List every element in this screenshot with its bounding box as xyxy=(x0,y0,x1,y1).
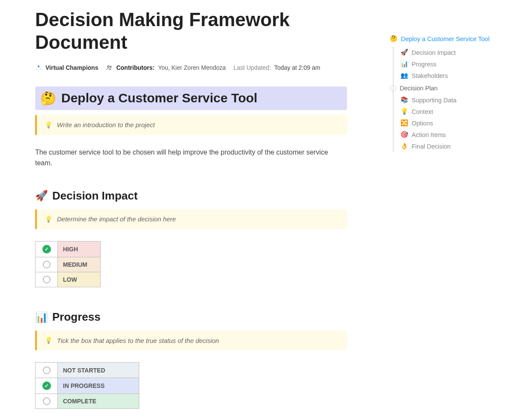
progress-complete[interactable]: COMPLETE xyxy=(58,393,139,408)
outline-item-label: Progress xyxy=(412,61,436,68)
table-row: ✓ HIGH xyxy=(36,241,101,257)
outline-section-decision-plan[interactable]: Decision Plan xyxy=(390,85,497,92)
rocket-icon: 🚀 xyxy=(400,49,408,56)
target-icon: 🎯 xyxy=(400,131,408,138)
shuffle-icon: 🔀 xyxy=(400,119,408,127)
radio-medium[interactable] xyxy=(43,261,51,268)
heading-progress: 📊 Progress xyxy=(35,310,347,324)
radio-complete[interactable] xyxy=(43,397,51,405)
radio-notstarted[interactable] xyxy=(43,366,51,374)
thinking-icon: 🤔 xyxy=(40,91,56,106)
svg-point-0 xyxy=(108,66,109,67)
meta-row: Virtual Champions Contributors: You, Kie… xyxy=(35,64,347,71)
outline-root-label: Deploy a Customer Service Tool xyxy=(401,36,490,42)
hint-impact[interactable]: 💡 Determine the impact of the decision h… xyxy=(35,209,347,229)
impact-high[interactable]: HIGH xyxy=(58,241,101,257)
contributors-value: You, Kier Zoren Mendoza xyxy=(158,64,226,71)
outline-item-label: Options xyxy=(412,120,433,127)
hint-intro-text: Write an introduction to the project xyxy=(57,121,155,128)
outline-item-supporting-data[interactable]: 📚 Supporting Data xyxy=(400,94,497,106)
people-icon: 👥 xyxy=(400,72,408,79)
radio-low[interactable] xyxy=(43,276,51,283)
bulb-icon: 💡 xyxy=(400,108,408,115)
heading-decision-impact: 🚀 Decision Impact xyxy=(35,189,347,203)
thinking-icon: 🤔 xyxy=(390,35,397,42)
books-icon: 📚 xyxy=(400,96,408,104)
outline-item-progress[interactable]: 📊 Progress xyxy=(400,58,497,70)
chart-icon: 📊 xyxy=(400,60,408,68)
outline-item-label: Final Decision xyxy=(412,143,451,150)
contributors-label: Contributors: xyxy=(116,64,154,71)
outline-item-label: Decision Impact xyxy=(412,49,456,56)
heading-decision-impact-text: Decision Impact xyxy=(52,189,137,203)
bulb-icon: 💡 xyxy=(45,337,53,344)
ok-icon: 👌 xyxy=(400,143,408,150)
bulb-icon: 💡 xyxy=(45,121,53,129)
meta-team[interactable]: Virtual Champions xyxy=(35,64,98,71)
outline-item-decision-impact[interactable]: 🚀 Decision Impact xyxy=(400,47,497,58)
svg-point-1 xyxy=(110,66,111,67)
outline-section-label: Decision Plan xyxy=(400,85,438,92)
hint-intro[interactable]: 💡 Write an introduction to the project xyxy=(35,115,347,135)
updated-label: Last Updated: xyxy=(233,64,271,71)
outline-item-stakeholders[interactable]: 👥 Stakeholders xyxy=(400,70,497,81)
bulb-icon: 💡 xyxy=(45,215,53,223)
radio-high[interactable]: ✓ xyxy=(42,245,51,253)
table-row: MEDIUM xyxy=(36,257,101,272)
table-row: LOW xyxy=(36,272,101,287)
bubble-icon xyxy=(390,85,396,91)
impact-medium[interactable]: MEDIUM xyxy=(58,257,101,272)
banner-title: Deploy a Customer Service Tool xyxy=(61,91,257,105)
people-icon xyxy=(106,64,113,71)
meta-contributors[interactable]: Contributors: You, Kier Zoren Mendoza xyxy=(106,64,226,71)
outline-item-label: Stakeholders xyxy=(412,72,448,79)
outline-item-context[interactable]: 💡 Context xyxy=(400,106,497,117)
body-text[interactable]: The customer service tool to be chosen w… xyxy=(35,147,347,169)
hint-progress-text: Tick the box that applies to the true st… xyxy=(57,337,219,344)
chart-icon: 📊 xyxy=(35,311,48,323)
progress-notstarted[interactable]: NOT STARTED xyxy=(58,363,139,378)
outline-item-options[interactable]: 🔀 Options xyxy=(400,117,497,129)
hint-progress[interactable]: 💡 Tick the box that applies to the true … xyxy=(35,331,347,350)
section-banner-deploy: 🤔 Deploy a Customer Service Tool xyxy=(35,86,347,110)
outline-root[interactable]: 🤔 Deploy a Customer Service Tool xyxy=(390,35,497,42)
meta-team-name: Virtual Champions xyxy=(45,64,98,71)
outline-item-action-items[interactable]: 🎯 Action Items xyxy=(400,129,497,140)
radio-inprogress[interactable]: ✓ xyxy=(42,381,51,390)
table-row: ✓ IN PROGRESS xyxy=(36,378,139,393)
page-title: Decision Making Framework Document xyxy=(35,9,347,54)
outline-item-label: Supporting Data xyxy=(412,97,457,104)
impact-table: ✓ HIGH MEDIUM LOW xyxy=(35,241,101,288)
table-row: COMPLETE xyxy=(36,393,139,408)
heading-progress-text: Progress xyxy=(52,310,101,324)
progress-table: NOT STARTED ✓ IN PROGRESS COMPLETE xyxy=(35,362,139,409)
meta-updated: Last Updated: Today at 2:09 am xyxy=(233,64,320,71)
updated-value: Today at 2:09 am xyxy=(274,64,320,71)
outline-sidebar: 🤔 Deploy a Customer Service Tool 🚀 Decis… xyxy=(390,35,497,152)
rocket-icon: 🚀 xyxy=(35,190,48,202)
table-row: NOT STARTED xyxy=(36,363,139,378)
outline-item-final-decision[interactable]: 👌 Final Decision xyxy=(400,140,497,152)
outline-item-label: Action Items xyxy=(412,131,446,138)
hint-impact-text: Determine the impact of the decision her… xyxy=(57,215,176,223)
impact-low[interactable]: LOW xyxy=(58,272,101,287)
progress-inprogress[interactable]: IN PROGRESS xyxy=(58,378,139,393)
outline-item-label: Context xyxy=(412,108,433,115)
sparkle-icon xyxy=(35,64,42,71)
